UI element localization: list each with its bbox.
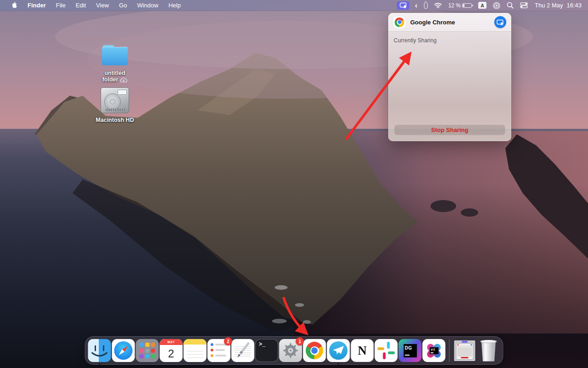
datagrip-icon: DG bbox=[399, 339, 422, 362]
dock-item-terminal[interactable]: >_ bbox=[255, 339, 278, 362]
stop-sharing-button[interactable]: Stop Sharing bbox=[394, 125, 505, 135]
dock-item-datagrip[interactable]: DG bbox=[399, 339, 422, 362]
dock-item-notion[interactable]: N bbox=[351, 339, 374, 362]
icloud-status-icon bbox=[120, 77, 127, 83]
hotspot-icon[interactable] bbox=[490, 1, 503, 10]
time-label: 16:43 bbox=[566, 2, 582, 9]
dock-item-launchpad[interactable] bbox=[136, 339, 159, 362]
safari-icon bbox=[112, 339, 135, 362]
youtrack-label: YT bbox=[431, 348, 435, 352]
terminal-icon: >_ bbox=[255, 339, 278, 362]
datagrip-label: DG bbox=[405, 345, 412, 351]
date-label: Thu 2 May bbox=[535, 2, 563, 9]
trash-icon bbox=[480, 340, 498, 362]
chrome-app-icon bbox=[393, 16, 406, 29]
calendar-day: 2 bbox=[160, 345, 183, 362]
notion-icon: N bbox=[351, 339, 374, 362]
spotlight-search-icon[interactable] bbox=[503, 1, 517, 10]
dock-item-notes[interactable] bbox=[184, 339, 207, 362]
menu-file[interactable]: File bbox=[51, 0, 71, 11]
sharing-app-name: Google Chrome bbox=[410, 19, 494, 26]
dock-item-minimized-window[interactable] bbox=[453, 339, 476, 362]
menu-help[interactable]: Help bbox=[164, 0, 186, 11]
notes-icon bbox=[184, 339, 207, 362]
terminal-prompt: >_ bbox=[259, 341, 266, 348]
screen-sharing-active-icon[interactable] bbox=[397, 1, 409, 10]
dock-item-finder[interactable] bbox=[88, 339, 111, 362]
notion-letter: N bbox=[358, 344, 367, 358]
wifi-icon[interactable] bbox=[431, 1, 445, 10]
menu-view[interactable]: View bbox=[91, 0, 114, 11]
finder-icon bbox=[88, 339, 111, 362]
dock-item-telegram[interactable] bbox=[327, 339, 350, 362]
dock-item-trash[interactable] bbox=[477, 339, 500, 362]
folder-label-line2: folder bbox=[102, 76, 119, 83]
battery-percent-label: 12 % bbox=[448, 2, 461, 9]
dock-item-textedit[interactable] bbox=[232, 339, 254, 362]
menu-go[interactable]: Go bbox=[114, 0, 132, 11]
popover-header: Google Chrome bbox=[388, 13, 511, 32]
battery-icon bbox=[462, 3, 472, 8]
dock-item-slack[interactable] bbox=[375, 339, 398, 362]
reminders-badge: 2 bbox=[224, 337, 232, 345]
launchpad-icon bbox=[136, 339, 159, 362]
minimized-sharing-window-thumbnail bbox=[454, 340, 475, 361]
folder-icon bbox=[102, 45, 128, 65]
back-chevron-icon[interactable]: ‹ bbox=[412, 1, 420, 10]
menu-finder[interactable]: Finder bbox=[23, 0, 51, 11]
desktop-icon-untitled-folder[interactable]: untitled folder bbox=[87, 45, 142, 83]
menu-window[interactable]: Window bbox=[132, 0, 163, 11]
sharing-popover: Google Chrome Currently Sharing Stop Sha… bbox=[388, 13, 511, 141]
dock: MAY 2 2 >_ 1 bbox=[85, 336, 503, 365]
input-source-label: A bbox=[478, 2, 486, 9]
apple-menu[interactable] bbox=[6, 0, 23, 11]
calendar-month: MAY bbox=[160, 339, 183, 345]
apple-icon bbox=[11, 2, 17, 9]
dock-item-youtrack[interactable]: YT bbox=[423, 339, 446, 362]
hard-drive-label: Macintosh HD bbox=[96, 117, 134, 123]
menu-edit[interactable]: Edit bbox=[71, 0, 91, 11]
input-source-icon[interactable]: A bbox=[475, 1, 490, 10]
telegram-icon bbox=[327, 339, 350, 362]
desktop: Finder File Edit View Go Window Help ‹ 1… bbox=[0, 0, 588, 368]
screen-share-button[interactable] bbox=[494, 16, 506, 28]
screen-share-icon bbox=[497, 19, 504, 25]
currently-sharing-label: Currently Sharing bbox=[388, 32, 511, 44]
chrome-icon bbox=[303, 339, 326, 362]
settings-badge: 1 bbox=[296, 337, 304, 345]
menu-bar: Finder File Edit View Go Window Help ‹ 1… bbox=[0, 0, 588, 11]
hard-drive-icon bbox=[101, 87, 129, 113]
dock-item-calendar[interactable]: MAY 2 bbox=[160, 339, 183, 362]
dock-item-chrome[interactable] bbox=[303, 339, 326, 362]
textedit-icon bbox=[232, 339, 254, 362]
peripheral-battery-icon[interactable] bbox=[421, 1, 431, 10]
dock-item-reminders[interactable]: 2 bbox=[208, 339, 231, 362]
dock-item-system-preferences[interactable]: 1 bbox=[279, 339, 302, 362]
battery-indicator[interactable]: 12 % bbox=[445, 1, 475, 10]
dock-separator bbox=[449, 339, 450, 362]
calendar-icon: MAY 2 bbox=[160, 339, 183, 362]
control-center-icon[interactable] bbox=[517, 1, 531, 10]
menu-clock[interactable]: Thu 2 May 16:43 bbox=[531, 2, 583, 9]
slack-icon bbox=[375, 339, 398, 362]
youtrack-icon: YT bbox=[423, 339, 446, 362]
folder-label-line1: untitled bbox=[102, 70, 128, 76]
desktop-icon-macintosh-hd[interactable]: Macintosh HD bbox=[87, 87, 142, 123]
dock-item-safari[interactable] bbox=[112, 339, 135, 362]
